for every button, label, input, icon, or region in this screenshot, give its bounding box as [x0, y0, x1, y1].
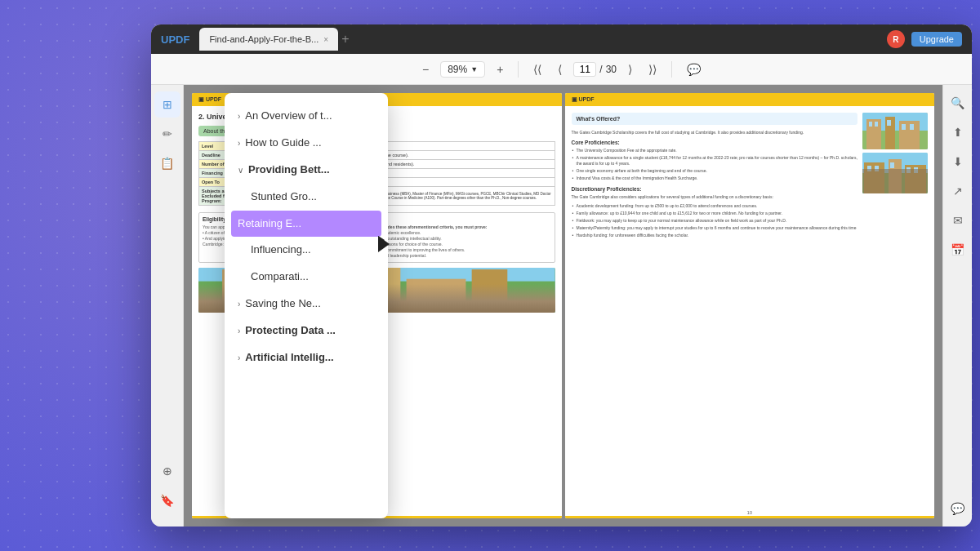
page-display: / 30	[573, 62, 617, 77]
svg-rect-8	[472, 269, 508, 313]
nav-last-button[interactable]: ⟩⟩	[644, 60, 662, 79]
title-bar-right: R Upgrade	[887, 30, 962, 48]
svg-rect-20	[875, 122, 878, 127]
app-logo: UPDF	[161, 33, 189, 46]
eligibility-right-text: Besides these aforementioned criteria, y…	[379, 224, 550, 259]
core-bullet-1: The University Composition Fee at the ap…	[572, 148, 858, 153]
right-sidebar: 🔍 ⬆ ⬇ ↗ ✉ 📅 💬	[942, 85, 972, 527]
sidebar-bottom-icons: ⊕ 🔖	[154, 458, 180, 520]
chevron-right-icon: ›	[238, 299, 240, 309]
chevron-down-icon: ∨	[238, 165, 243, 176]
right-col-right	[862, 113, 928, 240]
sidebar-note-button[interactable]: 📋	[154, 150, 180, 176]
nav-next-button[interactable]: ⟩	[623, 60, 637, 79]
right-search-button[interactable]: 🔍	[947, 91, 969, 114]
whats-offered-title: What's Offered?	[577, 116, 853, 122]
sidebar-bookmark-button[interactable]: 🔖	[154, 487, 180, 513]
tab-close-button[interactable]: ×	[323, 35, 328, 44]
nav-first-button[interactable]: ⟨⟨	[528, 60, 546, 79]
zoom-out-button[interactable]: −	[417, 60, 434, 79]
outline-item-label: Saving the Ne...	[245, 297, 321, 311]
disc-bullet-4: Maternity/Paternity funding: you may app…	[572, 225, 858, 231]
svg-rect-7	[407, 279, 466, 313]
svg-rect-16	[866, 119, 881, 149]
core-bullet-4: Inbound Visa costs & the cost of the Imm…	[572, 176, 858, 181]
outline-item-influencing[interactable]: Influencing...	[225, 237, 388, 264]
right-upload-button[interactable]: ⬆	[947, 121, 969, 144]
outline-item-label: An Overview of t...	[245, 109, 332, 123]
right-comment-bottom-button[interactable]: 💬	[947, 497, 969, 520]
svg-rect-22	[902, 124, 906, 130]
sidebar-thumbnail-button[interactable]: ⊞	[154, 91, 180, 118]
right-sidebar-bottom: 💬	[947, 497, 969, 520]
zoom-dropdown-icon[interactable]: ▼	[470, 65, 478, 73]
outline-item-ai[interactable]: › Artificial Intellig...	[225, 344, 388, 371]
outline-item-label: Comparati...	[251, 270, 309, 284]
comment-button[interactable]: 💬	[682, 60, 706, 79]
toolbar: − 89% ▼ + ⟨⟨ ⟨ / 30 ⟩ ⟩⟩ 💬	[151, 54, 972, 85]
disc-bullet-5: Hardship funding: for unforeseen difficu…	[572, 233, 858, 238]
right-download-button[interactable]: ⬇	[947, 150, 969, 173]
outline-item-retaining[interactable]: Retaining E...	[231, 211, 381, 238]
svg-rect-25	[862, 173, 928, 193]
svg-rect-19	[869, 122, 872, 127]
chevron-right-icon: ›	[238, 326, 240, 336]
sidebar-edit-button[interactable]: ✏	[154, 121, 180, 147]
outline-item-stunted[interactable]: Stunted Gro...	[225, 184, 388, 211]
right-mail-button[interactable]: ✉	[947, 209, 969, 232]
zoom-display: 89% ▼	[440, 61, 485, 78]
core-bullet-2: A maintenance allowance for a single stu…	[572, 155, 858, 167]
main-area: ⊞ ✏ 📋 ⊕ 🔖 › An Overview of t... › How to	[151, 85, 972, 527]
sidebar-layers-button[interactable]: ⊕	[154, 458, 180, 484]
chevron-right-icon: ›	[238, 138, 240, 149]
outline-panel: › An Overview of t... › How to Guide ...…	[225, 93, 388, 518]
tab-bar: Find-and-Apply-For-the-B... × +	[199, 28, 880, 51]
outline-item-howto[interactable]: › How to Guide ...	[225, 130, 388, 157]
outline-item-overview[interactable]: › An Overview of t...	[225, 103, 388, 130]
upgrade-button[interactable]: Upgrade	[911, 32, 962, 47]
page-bottom-bar-right	[565, 516, 935, 518]
right-calendar-button[interactable]: 📅	[947, 238, 969, 261]
outline-item-comparati[interactable]: Comparati...	[225, 264, 388, 291]
discretionary-intro: The Gate Cambridge also considers applic…	[572, 194, 858, 201]
pdf-right-content: What's Offered? The Gates Cambridge Scho…	[565, 106, 935, 247]
outline-item-saving[interactable]: › Saving the Ne...	[225, 291, 388, 318]
discretionary-title: Discretionary Proficiencies:	[572, 186, 858, 192]
svg-rect-30	[875, 166, 879, 171]
svg-rect-32	[906, 167, 911, 173]
svg-rect-31	[890, 162, 894, 168]
building-image-top-right	[862, 113, 928, 149]
disc-bullet-2: Family allowance: up to £10,944 for one …	[572, 211, 858, 216]
left-sidebar: ⊞ ✏ 📋 ⊕ 🔖	[151, 85, 184, 527]
outline-item-protecting[interactable]: › Protecting Data ...	[225, 318, 388, 344]
pdf-logo-right: ▣ UPDF	[572, 96, 595, 103]
svg-rect-28	[905, 165, 926, 193]
outline-item-label: Stunted Gro...	[251, 190, 317, 204]
pdf-area: › An Overview of t... › How to Guide ...…	[184, 85, 942, 527]
chevron-right-icon: ›	[238, 111, 240, 122]
outline-item-label: How to Guide ...	[245, 136, 321, 150]
outline-item-providing[interactable]: ∨ Providing Bett...	[225, 157, 388, 184]
new-tab-button[interactable]: +	[341, 32, 349, 47]
nav-prev-button[interactable]: ⟨	[553, 60, 567, 79]
right-share-button[interactable]: ↗	[947, 180, 969, 202]
app-window: UPDF Find-and-Apply-For-the-B... × + R U…	[151, 24, 972, 527]
right-col-left: What's Offered? The Gates Cambridge Scho…	[572, 113, 858, 240]
outline-item-label: Retaining E...	[238, 217, 301, 231]
active-tab[interactable]: Find-and-Apply-For-the-B... ×	[199, 28, 338, 51]
body-text-intro: The Gates Cambridge Scholarship covers t…	[572, 130, 858, 136]
building-image-bottom-right	[862, 153, 928, 193]
pdf-right-header: ▣ UPDF	[565, 93, 935, 106]
page-separator: /	[599, 64, 602, 75]
outline-item-label: Influencing...	[251, 243, 311, 257]
disc-bullet-1: Academic development funding: from up to…	[572, 203, 858, 209]
page-total: 30	[606, 64, 617, 75]
page-input[interactable]	[573, 62, 596, 77]
user-avatar: R	[887, 30, 905, 48]
svg-rect-21	[887, 120, 891, 126]
outline-item-label: Providing Bett...	[248, 163, 330, 177]
title-bar: UPDF Find-and-Apply-For-the-B... × + R U…	[151, 24, 972, 54]
chevron-right-icon: ›	[238, 353, 240, 363]
disc-bullet-3: Fieldwork: you may apply to keep up to y…	[572, 218, 858, 224]
zoom-in-button[interactable]: +	[492, 60, 508, 79]
